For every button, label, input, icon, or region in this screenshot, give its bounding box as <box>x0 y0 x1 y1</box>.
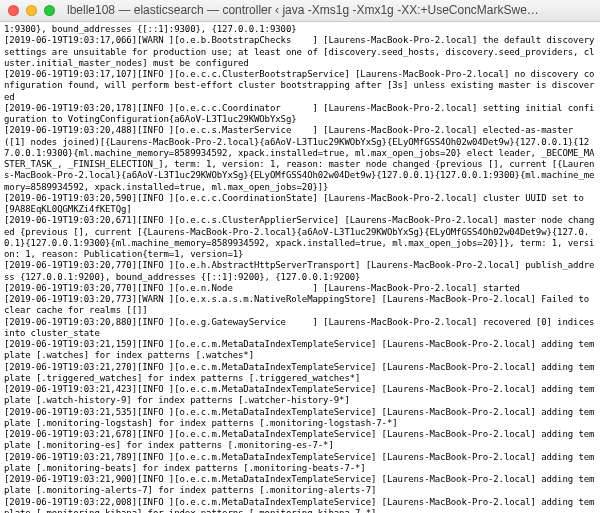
log-line: [2019-06-19T19:03:17,066][WARN ][o.e.b.B… <box>4 35 596 69</box>
log-line: [2019-06-19T19:03:20,590][INFO ][o.e.c.c… <box>4 193 596 216</box>
log-line: [2019-06-19T19:03:20,178][INFO ][o.e.c.c… <box>4 103 596 126</box>
log-line: 1:9300}, bound_addresses {[::1]:9300}, {… <box>4 24 596 35</box>
log-line: [2019-06-19T19:03:21,159][INFO ][o.e.c.m… <box>4 339 596 362</box>
window-title-bar: lbelle108 — elasticsearch — controller ‹… <box>0 0 600 22</box>
log-line: [2019-06-19T19:03:20,773][WARN ][o.e.x.s… <box>4 294 596 317</box>
log-line: [2019-06-19T19:03:21,900][INFO ][o.e.c.m… <box>4 474 596 497</box>
close-icon[interactable] <box>8 5 19 16</box>
minimize-icon[interactable] <box>26 5 37 16</box>
terminal-output[interactable]: 1:9300}, bound_addresses {[::1]:9300}, {… <box>0 22 600 513</box>
log-line: [2019-06-19T19:03:20,880][INFO ][o.e.g.G… <box>4 317 596 340</box>
log-line: [2019-06-19T19:03:22,008][INFO ][o.e.c.m… <box>4 497 596 514</box>
log-line: [2019-06-19T19:03:20,488][INFO ][o.e.c.s… <box>4 125 596 193</box>
log-line: [2019-06-19T19:03:21,789][INFO ][o.e.c.m… <box>4 452 596 475</box>
window-title: lbelle108 — elasticsearch — controller ‹… <box>67 3 592 18</box>
log-line: [2019-06-19T19:03:21,678][INFO ][o.e.c.m… <box>4 429 596 452</box>
log-line: [2019-06-19T19:03:21,535][INFO ][o.e.c.m… <box>4 407 596 430</box>
log-line: [2019-06-19T19:03:21,423][INFO ][o.e.c.m… <box>4 384 596 407</box>
log-line: [2019-06-19T19:03:17,107][INFO ][o.e.c.c… <box>4 69 596 103</box>
log-line: [2019-06-19T19:03:21,270][INFO ][o.e.c.m… <box>4 362 596 385</box>
zoom-icon[interactable] <box>44 5 55 16</box>
log-line: [2019-06-19T19:03:20,770][INFO ][o.e.n.N… <box>4 283 596 294</box>
log-line: [2019-06-19T19:03:20,770][INFO ][o.e.h.A… <box>4 260 596 283</box>
log-line: [2019-06-19T19:03:20,671][INFO ][o.e.c.s… <box>4 215 596 260</box>
traffic-lights <box>8 5 55 16</box>
